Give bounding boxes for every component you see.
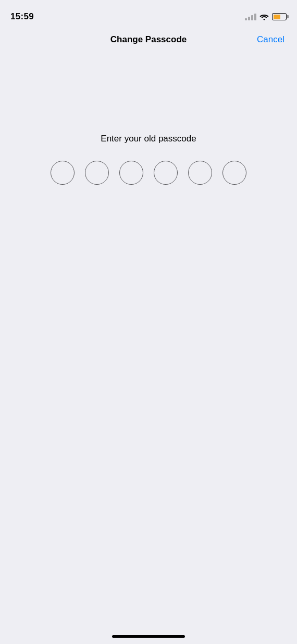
passcode-dot-1 (51, 161, 75, 185)
status-bar: 15:59 (0, 0, 297, 26)
nav-bar: Change Passcode Cancel (0, 26, 297, 50)
signal-bar-1 (245, 18, 247, 20)
signal-bar-4 (254, 14, 256, 20)
main-content: Enter your old passcode (0, 50, 297, 185)
signal-icon (245, 14, 256, 20)
battery-icon (272, 13, 287, 20)
passcode-prompt: Enter your old passcode (101, 134, 196, 144)
passcode-dot-3 (119, 161, 143, 185)
status-icons (245, 13, 287, 20)
signal-bar-2 (248, 17, 250, 20)
signal-bar-3 (251, 15, 253, 20)
passcode-dots (51, 161, 246, 185)
passcode-dot-5 (188, 161, 212, 185)
status-time: 15:59 (10, 11, 34, 22)
cancel-button[interactable]: Cancel (257, 34, 284, 45)
battery-level (274, 15, 281, 19)
passcode-dot-4 (154, 161, 178, 185)
battery-body (272, 13, 287, 20)
home-indicator (112, 635, 185, 638)
passcode-dot-2 (85, 161, 109, 185)
page-title: Change Passcode (110, 34, 187, 45)
passcode-dot-6 (222, 161, 246, 185)
wifi-icon (259, 13, 269, 20)
